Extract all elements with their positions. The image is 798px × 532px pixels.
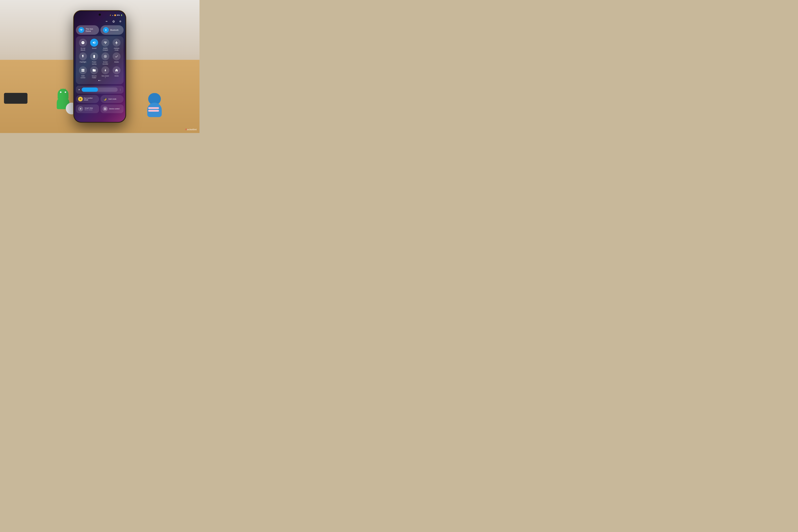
screen-recorder-label: Screenrecorder <box>102 61 108 65</box>
status-icons: ⚡ ▲ 📶 95% 🔋 <box>110 14 122 16</box>
do-not-disturb-label: Do notdisturb <box>81 48 85 51</box>
watermark: Pocketlint <box>185 128 196 131</box>
page-dot-2 <box>100 80 101 81</box>
device-control-icon <box>103 106 108 111</box>
signal-status-icon: 📶 <box>114 15 116 16</box>
airplane-mode-label: Airplanemode <box>114 48 119 51</box>
toggle-modes[interactable]: Modes <box>111 52 122 65</box>
power-saving-label: Powersaving <box>92 61 96 65</box>
quick-settings-panel: ✏ ⏻ ⚙ The Iron Dome <box>76 19 124 120</box>
mobile-hotspot-label: MobileHotspot <box>103 48 108 51</box>
eye-comfort-icon: ☀ <box>78 97 83 101</box>
svg-rect-3 <box>83 69 84 70</box>
bluetooth-status-icon: ⚡ <box>110 15 111 16</box>
flashlight-btn <box>79 52 87 60</box>
power-saving-btn <box>90 52 98 60</box>
flashlight-label: Flashlight <box>80 61 86 63</box>
multi-control-label: Multicontrol <box>81 75 85 79</box>
toggle-screen-recorder[interactable]: Screenrecorder <box>100 52 111 65</box>
top-actions: ✏ ⏻ ⚙ <box>76 19 124 23</box>
svg-rect-9 <box>106 109 106 110</box>
mobile-hotspot-btn <box>101 39 109 46</box>
toggle-multi-control[interactable]: Multicontrol <box>78 66 88 79</box>
page-dots <box>78 80 122 81</box>
brightness-slider[interactable] <box>82 88 118 92</box>
blue-robot-figure <box>146 94 164 117</box>
device-control-tile[interactable]: Device control <box>100 104 124 113</box>
smart-view-sublabel: Mirror screen <box>84 109 93 111</box>
battery-percentage: 95% <box>117 14 120 16</box>
phone-screen: ⚡ ▲ 📶 95% 🔋 ✏ ⏻ ⚙ <box>74 11 126 122</box>
power-button[interactable]: ⏻ <box>111 19 116 23</box>
dark-mode-tile[interactable]: 🌙 Dark mode <box>100 95 124 103</box>
brightness-icon: ☀ <box>78 88 80 91</box>
modes-label: Modes <box>114 61 119 63</box>
toggle-do-not-disturb[interactable]: Do notdisturb <box>78 39 88 51</box>
sound-btn <box>90 39 98 46</box>
page-dot-1 <box>98 80 99 81</box>
device-control-label: Device control <box>109 108 119 110</box>
svg-point-1 <box>105 56 106 57</box>
sound-label: Sound <box>92 48 96 49</box>
brightness-menu-icon[interactable]: ⋮ <box>119 88 121 91</box>
do-not-disturb-btn <box>79 39 87 46</box>
watermark-p: P <box>185 128 187 131</box>
toggle-flashlight[interactable]: Flashlight <box>78 52 88 65</box>
smart-view-text: Smart View Mirror screen <box>84 107 93 111</box>
screen-recorder-btn <box>101 52 109 60</box>
dark-mode-label: Dark mode <box>109 98 116 100</box>
toggle-less-power[interactable]: less power+ <box>100 66 111 79</box>
wifi-label: The Iron Dome <box>86 28 96 32</box>
dark-mode-icon: 🌙 <box>103 97 107 101</box>
less-power-btn <box>101 66 109 74</box>
wifi-icon <box>78 27 84 33</box>
svg-rect-4 <box>82 71 83 72</box>
toggle-home[interactable]: Home <box>111 66 122 79</box>
smart-view-label: Smart View <box>84 107 93 109</box>
comfort-row: ☀ Eye comfort shield 🌙 Dark mode <box>76 95 124 103</box>
svg-rect-5 <box>83 71 84 72</box>
wifi-tile[interactable]: The Iron Dome <box>76 25 99 35</box>
bluetooth-tile[interactable]: Bluetooth <box>100 25 124 35</box>
toggle-mobile-hotspot[interactable]: MobileHotspot <box>100 39 111 51</box>
eye-comfort-tile[interactable]: ☀ Eye comfort shield <box>76 95 99 103</box>
connectivity-row: The Iron Dome Bluetooth <box>76 25 124 35</box>
brightness-fill <box>82 88 98 92</box>
phone-wrapper: ⚡ ▲ 📶 95% 🔋 ✏ ⏻ ⚙ <box>74 11 126 122</box>
svg-rect-7 <box>106 108 106 109</box>
svg-rect-6 <box>104 108 105 109</box>
smart-view-tile[interactable]: Smart View Mirror screen <box>76 104 99 113</box>
brightness-row: ☀ ⋮ <box>78 88 121 92</box>
multi-control-btn <box>79 66 87 74</box>
bluetooth-label: Bluetooth <box>110 29 118 31</box>
modes-btn <box>113 52 120 60</box>
toggle-sound[interactable]: Sound <box>89 39 99 51</box>
home-label: Home <box>115 75 119 77</box>
wifi-status-icon: ▲ <box>112 15 113 16</box>
secure-folder-btn <box>90 66 98 74</box>
smart-view-icon <box>78 106 83 111</box>
battery-icon: 🔋 <box>121 15 122 16</box>
toggle-power-saving[interactable]: Powersaving <box>89 52 99 65</box>
eye-comfort-label: Eye comfort shield <box>84 97 97 101</box>
bottom-row: Smart View Mirror screen Device control <box>76 104 124 113</box>
less-power-label: less power+ <box>102 75 109 79</box>
home-btn <box>113 66 120 74</box>
toggle-grid: Do notdisturb Sound <box>78 39 122 79</box>
settings-button[interactable]: ⚙ <box>118 19 122 23</box>
toggle-airplane-mode[interactable]: Airplanemode <box>111 39 122 51</box>
svg-rect-8 <box>104 109 105 110</box>
phone-device: ⚡ ▲ 📶 95% 🔋 ✏ ⏻ ⚙ <box>74 11 126 122</box>
secure-folder-label: SecureFolder <box>92 75 97 79</box>
toggle-secure-folder[interactable]: SecureFolder <box>89 66 99 79</box>
svg-rect-2 <box>82 69 83 70</box>
brightness-panel: ☀ ⋮ <box>76 86 124 94</box>
toggle-panel: Do notdisturb Sound <box>76 36 124 84</box>
status-bar: ⚡ ▲ 📶 95% 🔋 <box>74 11 126 18</box>
nes-controller <box>4 93 27 104</box>
airplane-mode-btn <box>113 39 120 46</box>
bluetooth-tile-icon <box>103 27 109 33</box>
edit-button[interactable]: ✏ <box>104 19 109 23</box>
